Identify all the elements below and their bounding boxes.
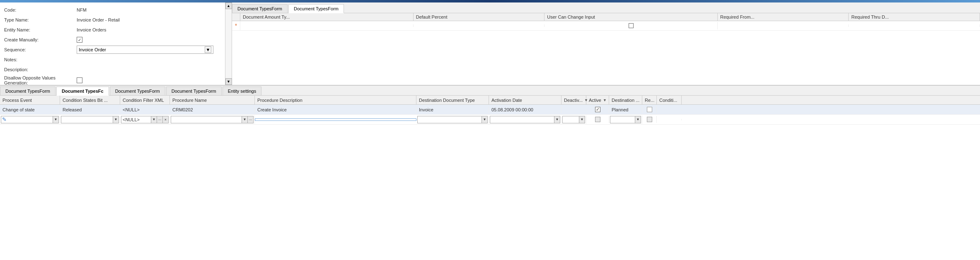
cell-condition-filter-0: <NULL>	[120, 106, 170, 113]
process-event-dropdown-btn[interactable]: ▼	[53, 116, 58, 123]
sequence-value: Invoice Order	[79, 47, 203, 52]
header-condition-states: Condition States Bit ...	[60, 96, 120, 104]
dest-doc-type-dropdown-btn[interactable]: ▼	[482, 116, 487, 123]
re-checkbox-0[interactable]	[647, 107, 652, 112]
label-entity-name: Entity Name:	[4, 27, 77, 32]
bottom-tab-4[interactable]: Entity settings	[223, 87, 261, 95]
right-grid-body: *	[232, 21, 980, 85]
active-checkbox-edit[interactable]	[595, 117, 600, 122]
condition-filter-dropdown-btn[interactable]: ▼	[151, 116, 157, 123]
edit-pencil-icon[interactable]: ✎	[1, 116, 7, 123]
scroll-up-button[interactable]: ▲	[225, 2, 232, 9]
top-section: Code: NFM Type Name: Invoice Order - Ret…	[0, 2, 980, 85]
right-col-default-percent: Default Percent	[414, 13, 545, 21]
form-row-create-manually: Create Manually:	[4, 36, 227, 44]
label-create-manually: Create Manually:	[4, 37, 77, 42]
label-disallow: Disallow Opposite Values Generation:	[4, 75, 77, 85]
cell-condition-edit	[657, 119, 682, 120]
right-col-required-thru: Required Thru D...	[849, 13, 980, 21]
condition-states-input[interactable]: ▼	[61, 116, 119, 123]
header-condition: Conditi...	[657, 96, 682, 104]
header-procedure-name: Procedure Name	[170, 96, 255, 104]
value-type-name: Invoice Order - Retail	[77, 17, 120, 22]
scroll-track	[225, 9, 232, 78]
bottom-tab-2[interactable]: Document TypesForm	[110, 87, 165, 95]
user-can-change-checkbox[interactable]	[629, 23, 634, 28]
label-sequence: Sequence:	[4, 47, 77, 52]
cell-activation-date-0: 05.08.2009 00:00:00	[489, 106, 561, 113]
scroll-down-button[interactable]: ▼	[225, 78, 232, 85]
form-row-code: Code: NFM	[4, 6, 227, 14]
checkbox-disallow[interactable]	[77, 77, 82, 83]
cell-deactivation-0	[561, 109, 586, 111]
table-row: Change of state Released <NULL> CRM0202 …	[0, 105, 980, 115]
destination-input[interactable]: ▼	[610, 116, 641, 123]
bottom-grid-header: Process Event Condition States Bit ... C…	[0, 96, 980, 105]
cell-procedure-desc-0: Create Invoice	[255, 106, 416, 113]
right-tab-0[interactable]: Document TypesForm	[232, 4, 288, 13]
right-row-amount-type	[240, 24, 414, 27]
active-sort-icon[interactable]: ▼	[603, 98, 607, 102]
right-row-required-thru	[849, 24, 980, 27]
left-form: Code: NFM Type Name: Invoice Order - Ret…	[0, 2, 232, 85]
cell-condition-states-edit: ▼	[60, 116, 120, 124]
activation-date-input[interactable]: ▼	[490, 116, 560, 123]
header-re: Re...	[642, 96, 657, 104]
right-row-default-percent	[414, 24, 545, 27]
label-description: Description:	[4, 67, 77, 72]
cell-process-event-0: Change of state	[0, 106, 60, 113]
procedure-name-dropdown-btn[interactable]: ▼	[242, 116, 247, 123]
header-condition-filter: Condition Filter XML	[120, 96, 170, 104]
form-row-type-name: Type Name: Invoice Order - Retail	[4, 16, 227, 24]
form-row-sequence: Sequence: Invoice Order ▼	[4, 46, 227, 54]
right-tabs: Document TypesForm Document TypesForm	[232, 2, 980, 13]
cell-dest-doc-type-edit: ▼	[416, 116, 489, 124]
bottom-tab-3[interactable]: Document TypesForm	[166, 87, 222, 95]
bottom-tabs-bar: Document TypesForm Document TypesFc Docu…	[0, 85, 980, 96]
sequence-dropdown[interactable]: Invoice Order ▼	[77, 46, 213, 54]
form-row-description: Description:	[4, 65, 227, 74]
cell-procedure-name-0: CRM0202	[170, 106, 255, 113]
checkbox-create-manually[interactable]	[77, 37, 82, 43]
main-container: Code: NFM Type Name: Invoice Order - Ret…	[0, 0, 980, 260]
condition-filter-ellipsis-btn[interactable]: ···	[157, 116, 162, 123]
right-grid-header: Document Amount Ty... Default Percent Us…	[232, 13, 980, 21]
deactivation-dropdown-btn[interactable]: ▼	[579, 116, 585, 123]
cell-active-0: ✓	[586, 106, 609, 113]
re-checkbox-edit[interactable]	[647, 117, 652, 122]
bottom-grid-body: Change of state Released <NULL> CRM0202 …	[0, 105, 980, 260]
header-destination: Destination ...	[609, 96, 642, 104]
form-scrollbar: ▲ ▼	[225, 2, 232, 85]
edit-icon-cell: ✎ ▼	[1, 116, 59, 123]
label-notes: Notes:	[4, 57, 77, 62]
value-entity-name: Invoice Orders	[77, 27, 106, 32]
active-checkbox-0[interactable]: ✓	[595, 107, 600, 112]
header-active: Active ▼	[586, 96, 609, 104]
cell-condition-filter-edit: <NULL> ▼ ··· ×	[120, 116, 170, 124]
procedure-name-ellipsis-btn[interactable]: ···	[247, 116, 253, 123]
sequence-dropdown-arrow[interactable]: ▼	[205, 46, 211, 53]
condition-filter-close-btn[interactable]: ×	[162, 116, 168, 123]
procedure-name-input[interactable]: ▼ ···	[171, 116, 254, 123]
bottom-tab-1[interactable]: Document TypesFc	[56, 87, 109, 96]
cell-procedure-desc-edit[interactable]	[255, 118, 416, 121]
bottom-tab-0[interactable]: Document TypesForm	[0, 87, 56, 95]
right-grid-row-0: *	[232, 21, 980, 31]
right-tab-1[interactable]: Document TypesForm	[288, 4, 344, 13]
destination-dropdown-btn[interactable]: ▼	[635, 116, 641, 123]
right-row-user-can-change	[544, 22, 718, 29]
deactivation-input[interactable]: ▼	[562, 116, 585, 123]
condition-filter-input[interactable]: <NULL> ▼ ··· ×	[121, 116, 169, 123]
form-row-disallow: Disallow Opposite Values Generation:	[4, 75, 227, 85]
bottom-grid: Process Event Condition States Bit ... C…	[0, 96, 980, 260]
dest-doc-type-input[interactable]: ▼	[417, 116, 488, 123]
condition-states-dropdown-btn[interactable]: ▼	[113, 116, 119, 123]
right-row-star: *	[232, 21, 240, 30]
value-code: NFM	[77, 7, 87, 12]
cell-activation-date-edit: ▼	[489, 116, 561, 124]
cell-destination-0: Planned	[609, 106, 642, 113]
cell-re-edit	[642, 116, 657, 123]
form-row-entity-name: Entity Name: Invoice Orders	[4, 26, 227, 34]
activation-date-dropdown-btn[interactable]: ▼	[554, 116, 560, 123]
header-activation-date: Activation Date	[489, 96, 561, 104]
